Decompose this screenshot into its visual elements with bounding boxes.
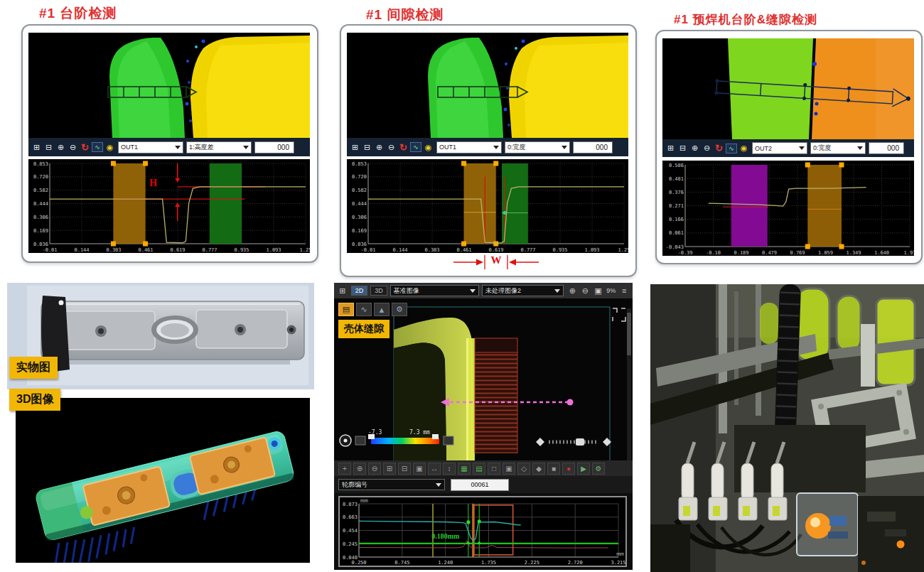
prewelder-measure-select[interactable]: 0:宽度: [810, 142, 866, 154]
tab-2d[interactable]: 2D: [351, 286, 368, 296]
refresh-icon[interactable]: ↻: [398, 141, 409, 153]
roi-edit-icon[interactable]: ■: [547, 463, 560, 475]
height-measure-icon[interactable]: ↕: [443, 463, 456, 475]
step-value-box[interactable]: 000: [254, 141, 294, 153]
zoom-wide-icon[interactable]: ⊟: [362, 141, 372, 153]
svg-text:0.306: 0.306: [352, 215, 367, 220]
step-measure-select[interactable]: 1:高度差: [186, 141, 252, 153]
tab-3d[interactable]: 3D: [370, 286, 387, 296]
shell-gap-label: 壳体缝隙: [338, 320, 390, 338]
svg-text:-0.043: -0.043: [666, 244, 684, 250]
output-settings-icon[interactable]: ◉: [104, 141, 115, 153]
svg-text:1.93: 1.93: [904, 250, 914, 256]
step-output-select[interactable]: OUT1: [118, 141, 183, 153]
profile-number-value[interactable]: 00061: [451, 479, 509, 491]
refresh-icon[interactable]: ↻: [80, 141, 90, 153]
profile-wave-icon[interactable]: ∿: [92, 142, 103, 152]
profile-wave-icon[interactable]: ∿: [726, 144, 737, 153]
gap-output-select[interactable]: OUT1: [436, 141, 502, 153]
export-icon[interactable]: ▶: [577, 463, 590, 475]
svg-text:0.271: 0.271: [669, 203, 684, 209]
roi-move-icon[interactable]: ◆: [532, 463, 545, 475]
svg-text:1.240: 1.240: [438, 560, 453, 566]
svg-text:0.040: 0.040: [343, 555, 358, 561]
zoom-area-icon[interactable]: ⊞: [350, 141, 360, 153]
gap-toolbar: ⊞⊟⊕⊖↻∿◉ OUT1 0:宽度 000: [347, 138, 628, 156]
shell-gap-profile-chart[interactable]: 0.2500.7451.2401.7352.2252.7203.2150.873…: [338, 496, 627, 567]
zoom-area-icon[interactable]: ⊞: [31, 141, 42, 153]
select-icon[interactable]: +: [338, 463, 351, 475]
panel-title-prewelder: #1 预焊机台阶&缝隙检测: [674, 11, 817, 28]
viewer-topbar: ⊞ 2D 3D 基准图像 未处理图像2 ⊕⊖▣ 9% ≡: [334, 283, 633, 298]
gap-value-box[interactable]: 000: [573, 141, 613, 153]
zoom-out-icon[interactable]: ⊖: [68, 141, 78, 153]
view-settings-icon[interactable]: ⚙: [592, 463, 605, 475]
zoom-in-icon[interactable]: ⊕: [55, 141, 66, 153]
zoom-wide-icon[interactable]: ⊟: [677, 143, 688, 154]
processed-image-select[interactable]: 未处理图像2: [482, 285, 564, 296]
zoom-in-icon[interactable]: ⊕: [374, 141, 385, 153]
profile-graph-icon[interactable]: ∿: [356, 303, 372, 316]
base-image-value: 基准图像: [394, 286, 419, 296]
prewelder-measure-value: 0:宽度: [813, 144, 832, 153]
roi-select-icon[interactable]: ◇: [517, 463, 530, 475]
zoom-1to1-icon[interactable]: ▣: [413, 463, 426, 475]
output-settings-icon[interactable]: ◉: [423, 141, 434, 153]
zoom-in-icon[interactable]: ⊕: [353, 463, 366, 475]
zoom-area-icon[interactable]: ⊞: [665, 143, 676, 154]
zoom-out-icon[interactable]: ⊖: [386, 141, 397, 153]
zoom-out-icon[interactable]: ⊖: [702, 143, 712, 154]
chevron-down-icon: [799, 146, 805, 150]
fit-screen-icon[interactable]: ▣: [592, 285, 603, 296]
gap-height-map: [347, 33, 628, 138]
gap-measure-select[interactable]: 0:宽度: [505, 141, 570, 153]
mask-green-icon[interactable]: ▤: [473, 463, 485, 475]
panel-title-gap: #1 间隙检测: [366, 6, 444, 24]
prewelder-value-box[interactable]: 000: [869, 142, 904, 154]
gap-profile-chart[interactable]: -0.010.1440.3030.4610.6190.7770.9351.093…: [347, 159, 628, 253]
zoom-region-icon[interactable]: ⊞: [383, 463, 396, 475]
profile-number-select[interactable]: 轮廓编号: [338, 479, 445, 490]
pan-icon[interactable]: ↔: [428, 463, 441, 475]
view-mode-icons: ▤∿▲⚙: [338, 303, 407, 316]
svg-text:0.189: 0.189: [734, 250, 748, 256]
position-adjust-icon[interactable]: ⚙: [392, 303, 407, 316]
width-annotation: W: [452, 254, 540, 273]
compare-green-icon[interactable]: ▦: [458, 463, 471, 475]
prewelder-output-select[interactable]: OUT2: [752, 142, 807, 154]
svg-text:0.444: 0.444: [352, 201, 367, 207]
step-profile-chart[interactable]: -0.010.1440.3030.4610.6190.7770.9351.093…: [28, 159, 310, 253]
box-b-icon[interactable]: ▣: [503, 463, 515, 475]
surface-3d-icon[interactable]: ▲: [374, 303, 390, 316]
refresh-icon[interactable]: ↻: [714, 143, 724, 154]
chevron-down-icon: [175, 146, 181, 149]
base-image-select[interactable]: 基准图像: [390, 285, 479, 296]
height-image-icon[interactable]: ▤: [338, 303, 354, 316]
svg-text:-0.01: -0.01: [42, 247, 57, 253]
svg-text:1.093: 1.093: [266, 247, 281, 253]
chevron-down-icon: [436, 483, 441, 487]
prewelder-profile-chart[interactable]: -0.39-0.100.1890.4790.7691.0591.3491.640…: [662, 161, 914, 256]
profile-wave-icon[interactable]: ∿: [410, 142, 421, 152]
record-icon[interactable]: ●: [562, 463, 575, 475]
svg-text:2.720: 2.720: [568, 560, 583, 566]
zoom-out-icon[interactable]: ⊖: [579, 285, 591, 296]
zoom-in-icon[interactable]: ⊕: [566, 285, 578, 296]
svg-text:0.853: 0.853: [352, 161, 367, 167]
output-settings-icon[interactable]: ◉: [738, 143, 749, 154]
prewelder-height-map: [662, 38, 914, 139]
zoom-fit-icon[interactable]: ⊟: [398, 463, 411, 475]
physical-photo-panel: 实物图: [7, 283, 314, 389]
layout-icon[interactable]: ⊞: [337, 285, 348, 296]
zoom-wide-icon[interactable]: ⊟: [43, 141, 54, 153]
svg-text:0.303: 0.303: [424, 247, 439, 253]
svg-text:0.479: 0.479: [762, 250, 777, 256]
zoom-in-icon[interactable]: ⊕: [689, 143, 700, 154]
svg-text:1.735: 1.735: [481, 560, 496, 566]
svg-text:0.935: 0.935: [552, 247, 567, 253]
zoom-out-icon[interactable]: ⊖: [368, 463, 381, 475]
chevron-down-icon: [562, 146, 567, 149]
svg-text:0.586: 0.586: [669, 163, 684, 168]
box-a-icon[interactable]: □: [488, 463, 500, 475]
user-icon[interactable]: ≡: [618, 285, 630, 296]
